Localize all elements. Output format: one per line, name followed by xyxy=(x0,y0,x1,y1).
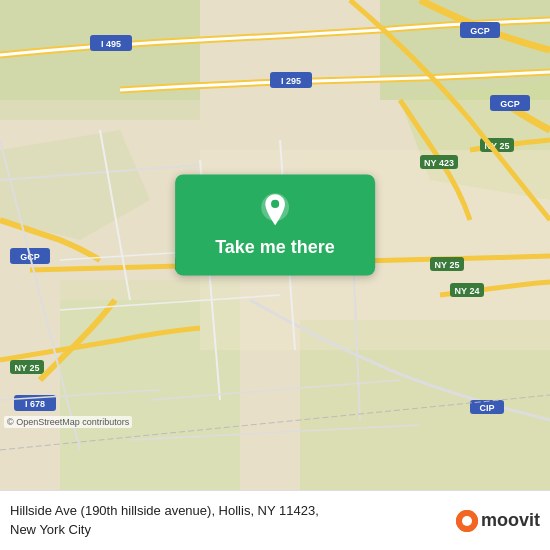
svg-text:I 495: I 495 xyxy=(101,39,121,49)
take-me-there-label: Take me there xyxy=(215,237,335,258)
svg-text:GCP: GCP xyxy=(500,99,520,109)
svg-text:NY 24: NY 24 xyxy=(455,286,480,296)
svg-text:I 295: I 295 xyxy=(281,76,301,86)
svg-point-49 xyxy=(462,516,472,526)
moovit-text: moovit xyxy=(481,510,540,531)
svg-text:NY 25: NY 25 xyxy=(15,363,40,373)
moovit-dot-icon xyxy=(456,510,478,532)
svg-text:NY 25: NY 25 xyxy=(435,260,460,270)
svg-text:NY 423: NY 423 xyxy=(424,158,454,168)
map-pin-icon xyxy=(257,193,293,229)
take-me-there-button[interactable]: Take me there xyxy=(175,175,375,276)
address-line1: Hillside Ave (190th hillside avenue), Ho… xyxy=(10,503,319,518)
moovit-dot xyxy=(456,510,478,532)
svg-text:CIP: CIP xyxy=(479,403,494,413)
svg-point-47 xyxy=(271,200,279,208)
info-bar: Hillside Ave (190th hillside avenue), Ho… xyxy=(0,490,550,550)
moovit-logo: moovit xyxy=(456,510,540,532)
address-line2: New York City xyxy=(10,522,91,537)
map-container: I 495 I 295 GCP GCP GCP NY 25 NY 25 NY 2… xyxy=(0,0,550,490)
osm-credit: © OpenStreetMap contributors xyxy=(4,416,132,428)
svg-text:GCP: GCP xyxy=(470,26,490,36)
address-text: Hillside Ave (190th hillside avenue), Ho… xyxy=(10,502,448,538)
svg-text:I 678: I 678 xyxy=(25,399,45,409)
